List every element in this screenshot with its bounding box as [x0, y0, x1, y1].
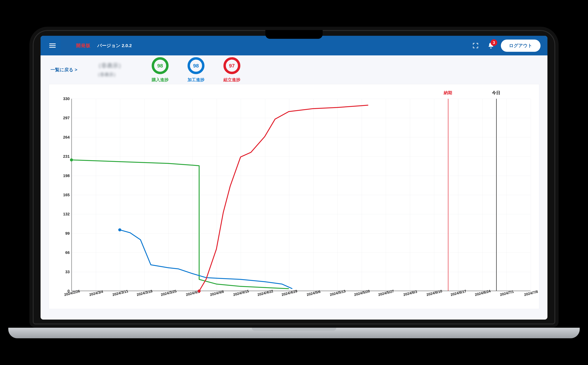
menu-icon[interactable]: [44, 41, 61, 50]
metric-purchase: 98 購入進捗: [151, 57, 169, 83]
marker-label-today: 今日: [492, 90, 500, 96]
chart-plot: 03366991321651982312642973302024/2/26202…: [71, 99, 530, 291]
metric-purchase-label: 購入進捗: [151, 77, 169, 83]
y-tick: 165: [63, 193, 70, 197]
sub-header: 一覧に戻る > （非表示） （非表示） 98 購入進捗 98: [41, 55, 547, 84]
page-title: （非表示）: [95, 62, 124, 70]
y-tick: 198: [63, 173, 70, 178]
notification-badge: 3: [491, 39, 497, 46]
metric-machining-label: 加工進捗: [187, 77, 205, 83]
svg-point-7: [118, 228, 121, 232]
chart-lines: [71, 99, 530, 291]
svg-point-8: [198, 289, 201, 293]
back-link[interactable]: 一覧に戻る >: [51, 67, 77, 73]
progress-donut-machining: 98: [187, 57, 205, 75]
y-tick: 66: [65, 250, 70, 255]
y-tick: 297: [63, 116, 70, 120]
laptop-base: [8, 328, 580, 338]
metric-assembly-label: 組立進捗: [223, 77, 241, 83]
version-label: バージョン 2.0.2: [97, 42, 132, 49]
marker-label-deadline: 納期: [444, 90, 452, 96]
metric-machining-value: 98: [187, 57, 205, 75]
fullscreen-icon[interactable]: [470, 40, 481, 51]
y-tick: 99: [65, 231, 70, 236]
chart-card: 03366991321651982312642973302024/2/26202…: [49, 84, 539, 309]
metric-assembly-value: 97: [223, 57, 241, 75]
dev-badge: 開発版: [76, 42, 91, 49]
metric-machining: 98 加工進捗: [187, 57, 205, 83]
svg-point-6: [70, 158, 73, 161]
y-tick: 33: [65, 269, 70, 274]
series-組立進捗: [199, 105, 368, 291]
page-subtitle: （非表示）: [95, 71, 124, 78]
y-tick: 132: [63, 212, 70, 217]
progress-donut-purchase: 98: [151, 57, 169, 75]
metric-purchase-value: 98: [151, 57, 169, 75]
y-tick: 330: [63, 97, 70, 101]
y-tick: 264: [63, 135, 70, 140]
metric-assembly: 97 組立進捗: [223, 57, 241, 83]
header-divider: [61, 36, 70, 55]
bell-icon[interactable]: 3: [486, 40, 496, 51]
progress-donut-assembly: 97: [223, 57, 241, 75]
logout-button[interactable]: ログアウト: [501, 40, 541, 52]
y-tick: 231: [63, 154, 70, 159]
